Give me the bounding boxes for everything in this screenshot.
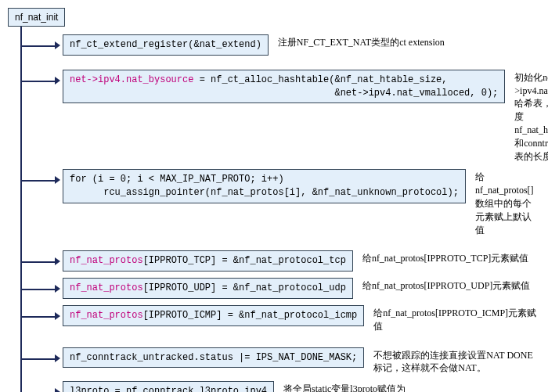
connector-line (20, 358, 56, 360)
step-code-box: nf_ct_extend_register(&nat_extend) (63, 34, 269, 56)
step-row: nf_nat_protos[IPPROTO_ICMP] = &nf_nat_pr… (36, 305, 540, 333)
connector-line (20, 81, 56, 82)
step-code-box: nf_nat_protos[IPPROTO_UDP] = &nf_nat_pro… (63, 278, 353, 299)
step-row: net->ipv4.nat_bysource = nf_ct_alloc_has… (36, 70, 540, 164)
root-node: nf_nat_init (8, 8, 65, 27)
step-code: for (i = 0; i < MAX_IP_NAT_PROTO; i++) r… (70, 174, 459, 198)
arrow-right-icon (55, 77, 60, 85)
step-description: 不想被跟踪的连接直接设置NAT DONE标记，这样就不会做NAT。 (373, 347, 540, 376)
step-description: 给nf_nat_protos[IPPROTO_ICMP]元素赋值 (373, 305, 540, 333)
step-code: [IPPROTO_UDP] = &nf_nat_protocol_udp (143, 282, 346, 293)
step-description: 将全局static变量l3proto赋值为nf_conntrack_l3prot… (283, 381, 463, 392)
step-description: 给nf_nat_protos[]数组中的每个元素赋上默认值 (475, 169, 540, 236)
step-row: nf_nat_protos[IPPROTO_TCP] = &nf_nat_pro… (36, 250, 540, 272)
step-tree: nf_ct_extend_register(&nat_extend)注册NF_C… (36, 34, 540, 392)
step-description: 给nf_nat_protos[IPPROTO_UDP]元素赋值 (362, 278, 530, 293)
step-code-box: nf_nat_protos[IPPROTO_ICMP] = &nf_nat_pr… (63, 305, 364, 326)
step-code-box: l3proto = nf_conntrack_l3proto_ipv4 (63, 381, 274, 392)
step-code: nf_conntrack_untracked.status |= IPS_NAT… (70, 352, 357, 363)
arrow-right-icon (55, 354, 60, 362)
arrow-right-icon (55, 388, 60, 392)
step-code-box: nf_conntrack_untracked.status |= IPS_NAT… (63, 347, 364, 369)
step-code-box: net->ipv4.nat_bysource = nf_ct_alloc_has… (63, 70, 505, 104)
step-code: l3proto = nf_conntrack_l3proto_ipv4 (70, 386, 267, 392)
step-code-box: nf_nat_protos[IPPROTO_TCP] = &nf_nat_pro… (63, 250, 353, 272)
connector-line (20, 180, 56, 182)
step-symbol: nf_nat_protos (70, 310, 143, 321)
root-label: nf_nat_init (15, 12, 58, 23)
step-row: nf_nat_protos[IPPROTO_UDP] = &nf_nat_pro… (36, 278, 540, 299)
arrow-right-icon (55, 285, 60, 293)
arrow-right-icon (55, 257, 60, 265)
arrow-right-icon (55, 41, 60, 49)
step-description: 注册NF_CT_EXT_NAT类型的ct extension (278, 34, 445, 49)
step-row: nf_ct_extend_register(&nat_extend)注册NF_C… (36, 34, 540, 56)
step-row: for (i = 0; i < MAX_IP_NAT_PROTO; i++) r… (36, 169, 540, 236)
step-symbol: nf_nat_protos (70, 282, 143, 293)
arrow-right-icon (55, 176, 60, 184)
step-description: 给nf_nat_protos[IPPROTO_TCP]元素赋值 (362, 250, 528, 265)
step-row: l3proto = nf_conntrack_l3proto_ipv4将全局st… (36, 381, 540, 392)
connector-line (20, 316, 56, 318)
connector-line (20, 289, 56, 290)
step-code: [IPPROTO_ICMP] = &nf_nat_protocol_icmp (143, 310, 358, 321)
step-code: [IPPROTO_TCP] = &nf_nat_protocol_tcp (143, 255, 346, 266)
step-code-box: for (i = 0; i < MAX_IP_NAT_PROTO; i++) r… (63, 169, 466, 203)
arrow-right-icon (55, 312, 60, 320)
step-description: 初始化net->ipv4.nat_bysource哈希表，表的长度nf_nat_… (514, 70, 548, 164)
step-row: nf_conntrack_untracked.status |= IPS_NAT… (36, 347, 540, 376)
step-symbol: nf_nat_protos (70, 255, 143, 266)
step-symbol: net->ipv4.nat_bysource (70, 74, 193, 85)
step-code: nf_ct_extend_register(&nat_extend) (70, 39, 261, 50)
connector-line (20, 261, 56, 263)
connector-line (20, 45, 56, 47)
